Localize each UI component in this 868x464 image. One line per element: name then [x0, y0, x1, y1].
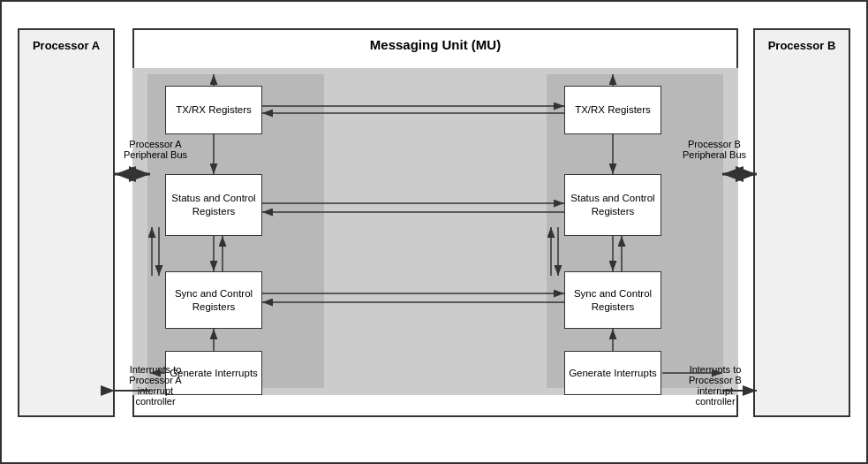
processor-a-box: Processor A [18, 28, 115, 417]
txrx-right-box: TX/RX Registers [564, 86, 661, 134]
txrx-left-box: TX/RX Registers [165, 86, 262, 134]
sync-right-box: Sync and Control Registers [564, 271, 661, 329]
sync-left-box: Sync and Control Registers [165, 271, 262, 329]
mu-title: Messaging Unit (MU) [134, 37, 736, 52]
interrupt-a-label: Interrupts to Processor A interrupt cont… [120, 364, 191, 407]
proc-b-bus-label: Processor B Peripheral Bus [679, 139, 750, 160]
processor-a-title: Processor A [33, 39, 100, 52]
interrupt-b-label: Interrupts to Processor B interrupt cont… [679, 364, 751, 407]
proc-a-bus-label: Processor A Peripheral Bus [120, 139, 191, 160]
processor-b-box: Processor B [753, 28, 850, 417]
diagram-container: Processor A Processor B Messaging Unit (… [0, 0, 868, 464]
processor-b-title: Processor B [768, 39, 836, 52]
status-right-box: Status and Control Registers [564, 174, 661, 236]
status-left-box: Status and Control Registers [165, 174, 262, 236]
gen-right-box: Generate Interrupts [564, 351, 661, 395]
